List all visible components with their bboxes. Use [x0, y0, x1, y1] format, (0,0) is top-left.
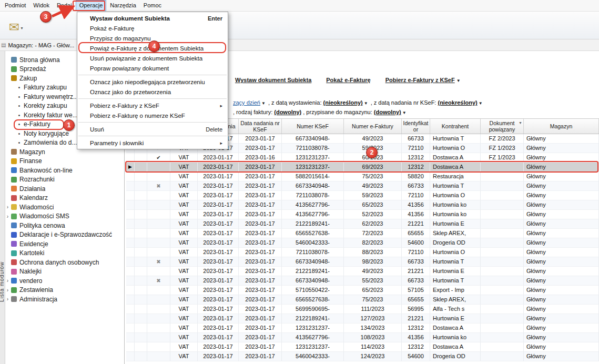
expander-icon[interactable]: › [5, 204, 10, 210]
menu-separator [78, 75, 227, 75]
cell-numer-ksef: 1231231237- [282, 323, 344, 333]
cell-row-indicator [126, 191, 135, 200]
menubar-item-pomoc[interactable]: Pomoc [140, 0, 165, 11]
menubar-item-dodaj[interactable]: Dodaj [53, 0, 76, 11]
table-row[interactable]: ✖VAT2023-01-172023-01-176673340948-55/20… [126, 276, 599, 286]
table-row[interactable]: VAT2023-01-172023-01-172122189241-49/202… [126, 267, 599, 276]
cell-checkbox [135, 295, 147, 305]
sidebar-item-deklaracje-i-e-sprawozdawczo[interactable]: Deklaracje i e-Sprawozdawczość [5, 230, 124, 240]
menu-item-usu-powi-zanie-z-dokumentem-subiekta[interactable]: Usuń powiązanie z dokumentem Subiekta [77, 53, 228, 63]
sidebar-item-kartoteki[interactable]: Kartoteki [5, 249, 124, 258]
filter-value[interactable]: (nieokreślony) [323, 99, 363, 106]
cell-status: ✖ [147, 181, 170, 191]
column-header-kontrahent[interactable]: Kontrahent [430, 119, 481, 134]
sidebar-item-administracja[interactable]: ›Administracja [5, 295, 124, 304]
menu-item-shortcut: Enter [208, 15, 222, 22]
expander-icon[interactable]: › [5, 214, 10, 219]
sidebar-item-ochrona-danych-osobowych[interactable]: Ochrona danych osobowych [5, 258, 124, 267]
table-row[interactable]: ✖VAT2023-01-172023-01-176673340948-98/20… [126, 257, 599, 267]
table-row[interactable]: ▶VAT2023-01-172023-01-171231231237-69/20… [126, 163, 599, 172]
table-row[interactable]: VAT2023-01-172023-01-175460042333-124/20… [126, 352, 599, 361]
cell-numer-ksef: 1231231237- [282, 163, 344, 172]
table-row[interactable]: ✔VAT2023-01-172023-01-161231231237-60/20… [126, 153, 599, 163]
column-header-numer-ksef[interactable]: Numer KSeF [282, 119, 344, 134]
menu-item-popraw-powi-zany-dokument[interactable]: Popraw powiązany dokument [77, 63, 228, 73]
table-row[interactable]: ✖VAT2023-01-172023-01-176673340948-49/20… [126, 181, 599, 191]
column-header-data-nadania-nr-ksef[interactable]: Data nadania nr KSeF [239, 119, 282, 134]
sidebar-item-wiadomo-ci-sms[interactable]: ›Wiadomości SMS [5, 212, 124, 221]
table-row[interactable]: VAT2023-01-172023-01-174135627796-108/20… [126, 333, 599, 342]
expander-icon[interactable]: › [5, 296, 10, 302]
sidebar-item-zestawienia[interactable]: ›Zestawienia [5, 286, 124, 295]
link-pobierz-e-faktury-z-ksef[interactable]: Pobierz e-Faktury z KSeF▼ [385, 77, 461, 83]
table-row[interactable]: VAT2023-01-172023-01-175699590695-111/20… [126, 305, 599, 314]
sidebar-item-finanse[interactable]: Finanse [5, 157, 124, 166]
sidebar-item-dzia-ania[interactable]: Działania [5, 184, 124, 194]
table-row[interactable]: VAT2023-01-172023-01-174135627796-52/202… [126, 210, 599, 219]
module-strip[interactable]: Lista modułów [0, 51, 5, 364]
menubar-item-podmiot[interactable]: Podmiot [1, 0, 29, 11]
sidebar-item-kalendarz[interactable]: Kalendarz [5, 194, 124, 203]
cell-numer-ksef: 2122189241- [282, 314, 344, 323]
sidebar-item-bankowo-on-line[interactable]: Bankowość on-line [5, 166, 124, 175]
sidebar-item-polityka-cenowa[interactable]: Polityka cenowa [5, 221, 124, 230]
send-efaktura-button[interactable]: ✉ ▾ [4, 14, 27, 36]
menu-item-oznacz-jako-niepodlegaj-ca-przetworzeniu[interactable]: Oznacz jako niepodlegająca przetworzeniu [77, 77, 228, 87]
sidebar-item-ewidencje[interactable]: Ewidencje [5, 239, 124, 249]
chevron-down-icon: ▼ [456, 78, 461, 83]
link-poka-e-faktur[interactable]: Pokaż e-Fakturę [326, 77, 370, 83]
filter-value[interactable]: (nieokreślony) [438, 99, 477, 106]
table-row[interactable]: VAT2023-01-172023-01-175710550422-65/202… [126, 286, 599, 295]
menu-item-pobierz-e-faktury-z-ksef[interactable]: Pobierz e-Faktury z KSeF▸ [77, 100, 228, 110]
table-row[interactable]: VAT2023-01-172023-01-176565527638-72/202… [126, 229, 599, 238]
cell-data-nadania: 2023-01-17 [239, 134, 282, 144]
expander-icon[interactable]: › [5, 278, 10, 284]
sidebar-item-label: Wiadomości SMS [19, 213, 69, 220]
link-wystaw-dokument-subiekta[interactable]: Wystaw dokument Subiekta [235, 77, 311, 83]
column-header-identyfikator[interactable]: Identyfikator [402, 119, 430, 134]
magazyn-selector[interactable]: Magazyn: - MAG - Głów... ▾ [8, 42, 79, 48]
table-row[interactable]: VAT2023-01-172023-01-177211038078-88/202… [126, 248, 599, 257]
table-row[interactable]: VAT2023-01-172023-01-176565527638-75/202… [126, 295, 599, 305]
sidebar-item-label: Zestawienia [19, 286, 53, 294]
filter-value[interactable]: (dowolny) [374, 109, 401, 115]
table-row[interactable]: VAT2023-01-172023-01-177211038078-59/202… [126, 191, 599, 200]
sidebar-item-label: e-Faktury [24, 120, 50, 128]
filter-value[interactable]: (dowolny) [274, 109, 301, 115]
cell-status [147, 163, 170, 172]
table-row[interactable]: VAT2023-01-172023-01-175460042333-82/202… [126, 238, 599, 248]
table-row[interactable]: VAT2023-01-172023-01-172122189241-127/20… [126, 314, 599, 323]
cell-identyfikator: 21221 [402, 267, 430, 276]
menu-item-poka-e-faktur[interactable]: Pokaż e-Fakturę [77, 23, 228, 33]
column-header-magazyn[interactable]: Magazyn [524, 119, 599, 134]
cell-dokument-powiazany [481, 314, 524, 323]
table-row[interactable]: VAT2023-01-172023-01-175882015614-75/202… [126, 172, 599, 181]
menubar-item-operacje[interactable]: Operacje [76, 0, 107, 11]
filter-link[interactable]: zący dzień [233, 99, 260, 106]
cell-numer-ksef: 7211038078- [282, 248, 344, 257]
cell-identyfikator: 54600 [402, 352, 430, 361]
table-row[interactable]: VAT2023-01-172023-01-174135627796-65/202… [126, 200, 599, 210]
column-header-dokument-powi-zany[interactable]: Dokument powiązany▼ [481, 119, 524, 134]
menubar-item-widok[interactable]: Widok [29, 0, 53, 11]
expander-icon[interactable]: › [5, 287, 10, 293]
cell-kontrahent: Dostawca A [430, 342, 481, 352]
menu-item-wystaw-dokument-subiekta[interactable]: Wystaw dokument SubiektaEnter [77, 13, 228, 23]
table-row[interactable]: VAT2023-01-172023-01-171231231237-114/20… [126, 342, 599, 352]
sidebar-item-wiadomo-ci[interactable]: ›Wiadomości [5, 203, 124, 212]
cell-numer-efaktury: 114/2023 [344, 342, 402, 352]
cell-data-nadania: 2023-01-17 [239, 191, 282, 200]
menu-item-label: Parametry i słowniki [90, 140, 214, 146]
sidebar-item-naklejki[interactable]: Naklejki [5, 267, 124, 277]
menu-item-usu[interactable]: UsuńDelete [77, 124, 228, 134]
sidebar-item-rozrachunki[interactable]: Rozrachunki [5, 175, 124, 185]
menu-item-pobierz-e-faktur-o-numerze-ksef[interactable]: Pobierz e-Fakturę o numerze KSeF [77, 110, 228, 120]
menu-item-parametry-i-s-owniki[interactable]: Parametry i słowniki▸ [77, 138, 228, 148]
menubar-item-narz-dzia[interactable]: Narzędzia [106, 0, 140, 11]
sidebar-item-vendero[interactable]: ›vendero [5, 276, 124, 286]
table-row[interactable]: VAT2023-01-172023-01-171231231237-134/20… [126, 323, 599, 333]
table-row[interactable]: VAT2023-01-172023-01-172122189241-62/202… [126, 219, 599, 229]
column-header-numer-e-faktury[interactable]: Numer e-Faktury [344, 119, 402, 134]
cell-rodzaj: VAT [170, 314, 198, 323]
menu-item-oznacz-jako-do-przetworzenia[interactable]: Oznacz jako do przetworzenia [77, 87, 228, 97]
